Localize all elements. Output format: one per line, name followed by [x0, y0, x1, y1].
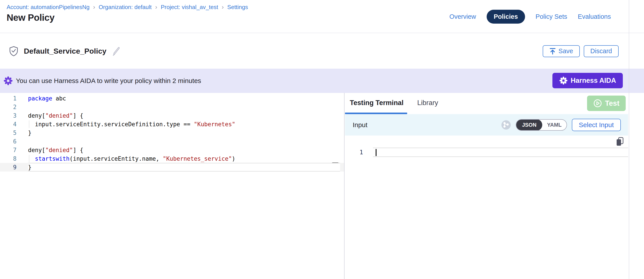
input-current-line[interactable] [373, 148, 628, 157]
code-content [28, 137, 340, 146]
aida-banner-message: You can use Harness AIDA to write your p… [4, 69, 201, 93]
testing-terminal-pane: Testing TerminalLibrary Test Input [345, 93, 644, 279]
line-number: 8 [0, 156, 16, 162]
code-line[interactable]: 2 [0, 103, 344, 111]
breadcrumb-link[interactable]: Organization: default [99, 4, 152, 10]
code-line[interactable]: 7deny["denied"] { [0, 146, 344, 154]
breadcrumb-separator: › [93, 4, 96, 10]
line-number: 1 [0, 95, 16, 102]
code-line[interactable]: 3deny["denied"] { [0, 111, 344, 120]
breadcrumb-link[interactable]: Project: vishal_av_test [161, 4, 218, 10]
code-content: } [28, 128, 340, 137]
aida-banner-text: You can use Harness AIDA to write your p… [16, 77, 201, 84]
line-number: 3 [0, 112, 16, 119]
input-label: Input [353, 121, 368, 129]
play-icon [593, 99, 602, 108]
aida-banner: You can use Harness AIDA to write your p… [0, 69, 644, 93]
line-number: 6 [0, 138, 16, 145]
save-button[interactable]: Save [543, 45, 580, 57]
test-button[interactable]: Test [587, 96, 626, 111]
nav-tab-policies[interactable]: Policies [487, 10, 525, 24]
policy-editor-page: Account: automationPipelinesNg›Organizat… [0, 0, 644, 279]
select-input-button[interactable]: Select Input [572, 119, 621, 131]
page-header: Account: automationPipelinesNg›Organizat… [0, 0, 644, 33]
code-content: deny["denied"] { [28, 146, 340, 154]
discard-button-label: Discard [590, 48, 612, 55]
line-number: 9 [0, 164, 16, 170]
indent-guide [29, 155, 29, 162]
code-line[interactable]: 8 startswith(input.serviceEntity.name, "… [0, 154, 344, 163]
policy-shield-icon [9, 46, 18, 56]
aida-button-flower-icon [559, 76, 568, 85]
edit-pencil-icon[interactable] [112, 46, 121, 56]
policy-identity: Default_Service_Policy [9, 34, 121, 69]
nav-tabs: OverviewPoliciesPolicy SetsEvaluations [449, 0, 611, 33]
code-line[interactable]: 1package abc [0, 94, 344, 103]
breadcrumb: Account: automationPipelinesNg›Organizat… [6, 4, 248, 10]
policy-code-editor[interactable]: 1package abc23deny["denied"] {4 input.se… [0, 93, 344, 279]
indent-guide [29, 120, 29, 128]
code-line[interactable]: 6 [0, 137, 344, 146]
discard-button[interactable]: Discard [584, 45, 618, 57]
terminal-tab-library[interactable]: Library [417, 99, 438, 107]
format-option-yaml[interactable]: YAML [542, 119, 566, 131]
harness-aida-button[interactable]: Harness AIDA [552, 73, 623, 88]
aida-flower-icon [4, 76, 13, 86]
policy-name: Default_Service_Policy [24, 47, 106, 56]
format-option-json[interactable]: JSON [516, 119, 542, 131]
toolbar-actions: Save Discard [543, 34, 618, 69]
save-button-label: Save [558, 48, 573, 55]
code-content: package abc [28, 94, 340, 103]
line-number: 2 [0, 104, 16, 110]
code-line[interactable]: 9} [0, 163, 344, 172]
copy-icon[interactable] [616, 137, 624, 146]
code-content: } [28, 163, 340, 172]
main-area: 1package abc23deny["denied"] {4 input.se… [0, 93, 644, 279]
code-line[interactable]: 5} [0, 128, 344, 137]
git-source-icon[interactable] [501, 120, 511, 130]
line-number: 4 [0, 121, 16, 128]
page-edge-divider [629, 0, 629, 279]
terminal-tabs: Testing TerminalLibrary [350, 93, 438, 112]
code-content: startswith(input.serviceEntity.name, "Ku… [28, 154, 340, 163]
harness-aida-button-label: Harness AIDA [571, 76, 616, 84]
input-controls: JSONYAML Select Input [501, 119, 621, 131]
input-editor-line[interactable]: 1 [345, 148, 628, 157]
line-number: 7 [0, 147, 16, 154]
nav-tab-evaluations[interactable]: Evaluations [578, 13, 611, 20]
line-number: 5 [0, 130, 16, 136]
code-content [28, 103, 340, 111]
input-editor[interactable]: 1 [345, 136, 628, 279]
text-cursor [376, 149, 376, 156]
input-line-number: 1 [358, 148, 363, 157]
code-line[interactable]: 4 input.serviceEntity.serviceDefinition.… [0, 120, 344, 128]
input-section-header: Input JSONYAML [345, 114, 628, 136]
nav-tab-overview[interactable]: Overview [449, 13, 476, 20]
policy-toolbar: Default_Service_Policy Save Discard [0, 34, 644, 69]
format-toggle[interactable]: JSONYAML [516, 119, 567, 131]
terminal-tabbar: Testing TerminalLibrary Test [345, 93, 644, 114]
page-title: New Policy [6, 12, 54, 23]
active-tab-underline [345, 112, 407, 114]
breadcrumb-separator: › [155, 4, 158, 10]
test-button-label: Test [605, 99, 619, 108]
code-content: deny["denied"] { [28, 111, 340, 120]
breadcrumb-separator: › [221, 4, 224, 10]
terminal-tab-testing-terminal[interactable]: Testing Terminal [350, 99, 404, 107]
upload-icon [549, 48, 556, 55]
code-content: input.serviceEntity.serviceDefinition.ty… [28, 120, 340, 128]
breadcrumb-link[interactable]: Account: automationPipelinesNg [6, 4, 90, 10]
breadcrumb-link[interactable]: Settings [227, 4, 248, 10]
nav-tab-policy-sets[interactable]: Policy Sets [536, 13, 567, 20]
